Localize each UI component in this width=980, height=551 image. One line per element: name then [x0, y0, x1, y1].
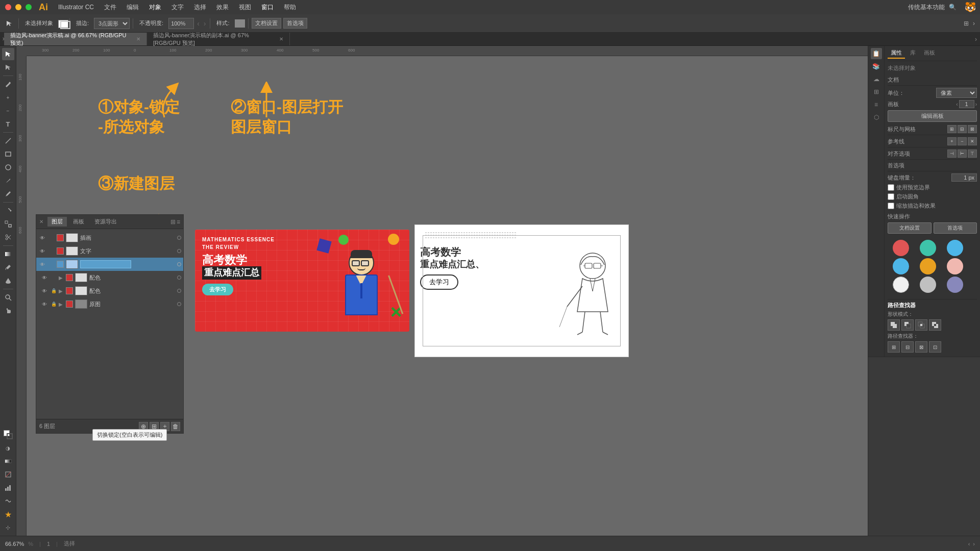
direct-selection-tool[interactable]: [2, 61, 14, 73]
minus-front-btn[interactable]: [901, 319, 914, 331]
rp-tab-artboards[interactable]: 画板: [921, 48, 938, 59]
trim-btn[interactable]: ⊟: [901, 341, 914, 353]
search-icon[interactable]: 🔍: [949, 4, 957, 11]
layer-row-color2[interactable]: 👁 🔒 ▶ 配色: [36, 284, 183, 297]
layer-eye-color1[interactable]: 👁: [40, 273, 48, 282]
color-swatch-white[interactable]: [893, 277, 909, 293]
gradient-tool[interactable]: [2, 248, 14, 260]
banner-button[interactable]: 去学习: [202, 284, 233, 295]
layer-eye-text[interactable]: 👁: [38, 247, 46, 255]
rp-tab-properties[interactable]: 属性: [888, 48, 905, 59]
doc-settings-button[interactable]: 文档设置: [252, 18, 281, 29]
align-icon[interactable]: ≡: [871, 99, 882, 110]
add-anchor-tool[interactable]: +: [2, 91, 14, 104]
layer-lock-text[interactable]: [48, 248, 55, 254]
close-button[interactable]: [5, 4, 11, 10]
color-swatch-orange[interactable]: [920, 258, 936, 274]
quick-doc-settings-btn[interactable]: 文档设置: [888, 222, 932, 234]
menu-window[interactable]: 窗口: [257, 2, 278, 13]
selection-tool[interactable]: [3, 19, 15, 28]
layer-eye-original[interactable]: 👁: [40, 300, 48, 308]
layer-lock-color1[interactable]: [51, 274, 57, 281]
layers-menu-icon[interactable]: ≡: [177, 218, 180, 226]
layers-tab-artboards[interactable]: 画板: [69, 217, 88, 227]
artboard-input[interactable]: [959, 100, 974, 108]
layer-lock-original[interactable]: 🔒: [51, 301, 57, 307]
canvas-area[interactable]: 300 200 100 0 100 200 300 400 500 600 10…: [16, 46, 868, 536]
tab-2[interactable]: 插边风-banner演示稿的副本.ai @ 67% [RGB/GPU 预览] ✕: [147, 33, 290, 45]
line-tool[interactable]: [2, 135, 14, 147]
snap-bounds-checkbox[interactable]: [888, 184, 894, 191]
layer-row-text[interactable]: 👁 文字: [36, 244, 183, 258]
library-icon[interactable]: 📚: [871, 61, 882, 72]
rect-tool[interactable]: [2, 148, 14, 160]
ruler-icon[interactable]: ⊞: [947, 125, 957, 133]
layer-eye-color2[interactable]: 👁: [40, 287, 48, 295]
color-swatch-pink[interactable]: [947, 258, 963, 274]
clear-guide-icon[interactable]: ✕: [968, 137, 977, 145]
artboard-prev[interactable]: ‹: [956, 102, 958, 107]
scale-effects-checkbox[interactable]: [888, 203, 894, 209]
opacity-arrow-left[interactable]: ‹: [196, 19, 201, 28]
status-nav-right[interactable]: ›: [973, 541, 975, 547]
hand-tool[interactable]: [2, 305, 14, 317]
remove-anchor-tool[interactable]: −: [2, 105, 14, 117]
round-corners-checkbox[interactable]: [888, 193, 894, 200]
add-guide-icon[interactable]: +: [947, 137, 957, 145]
align-center-icon[interactable]: ⊢: [958, 149, 967, 158]
unite-btn[interactable]: [888, 319, 900, 331]
color-swatch-blue[interactable]: [947, 240, 963, 256]
layer-eye-editing[interactable]: 👁: [38, 260, 46, 268]
crop-btn[interactable]: ⊡: [929, 341, 941, 353]
maximize-button[interactable]: [26, 4, 32, 10]
intersect-btn[interactable]: [915, 319, 927, 331]
layer-eye-illustration[interactable]: 👁: [38, 234, 46, 242]
layers-collapse-icon[interactable]: ⊞: [170, 218, 176, 226]
properties-icon[interactable]: 📋: [871, 48, 882, 59]
scale-tool[interactable]: [2, 218, 14, 230]
menu-file[interactable]: 文件: [100, 2, 120, 13]
layer-row-color1[interactable]: 👁 ▶ 配色: [36, 271, 183, 284]
layers-panel-close[interactable]: ✕: [39, 219, 43, 224]
zoom-tool[interactable]: [2, 291, 14, 304]
color-mode-icon[interactable]: ◑: [2, 442, 14, 454]
layer-row-original[interactable]: 👁 🔒 ▶ 原图: [36, 297, 183, 311]
transform-icon[interactable]: ⊞: [871, 86, 882, 97]
rotate-tool[interactable]: [2, 205, 14, 217]
rp-tab-library[interactable]: 库: [907, 48, 919, 59]
layer-lock-illustration[interactable]: [48, 235, 55, 241]
eyedropper-tool[interactable]: [2, 261, 14, 273]
grid-icon[interactable]: ⊟: [958, 125, 967, 133]
remove-guide-icon[interactable]: −: [958, 137, 967, 145]
color-swatch-red[interactable]: [893, 240, 909, 256]
status-nav-left[interactable]: ‹: [968, 541, 970, 547]
edit-artboard-button[interactable]: 编辑画板: [888, 110, 977, 122]
minimize-button[interactable]: [15, 4, 21, 10]
gradient-swatch[interactable]: [2, 455, 14, 467]
merge-btn[interactable]: ⊠: [915, 341, 927, 353]
prefs-button[interactable]: 首选项: [283, 18, 307, 29]
opacity-input[interactable]: [168, 18, 194, 29]
delete-layer-btn[interactable]: 🗑: [171, 422, 180, 431]
color-swatch-lightblue[interactable]: [893, 258, 909, 274]
keyboard-increment-input[interactable]: [951, 173, 977, 182]
exclude-btn[interactable]: [929, 319, 941, 331]
slice-tool[interactable]: ⊹: [2, 521, 14, 534]
paint-bucket-tool[interactable]: [2, 274, 14, 287]
toolbar-overflow[interactable]: ›: [971, 20, 977, 27]
tab-2-close[interactable]: ✕: [279, 36, 283, 42]
layers-tab-layers[interactable]: 图层: [47, 217, 67, 227]
pencil-tool[interactable]: [2, 188, 14, 200]
ellipse-tool[interactable]: [2, 161, 14, 173]
layer-lock-color2[interactable]: 🔒: [51, 288, 57, 294]
menu-help[interactable]: 帮助: [280, 2, 300, 13]
artboard-next[interactable]: ›: [975, 102, 977, 107]
color-swatch-teal[interactable]: [920, 240, 936, 256]
menu-effect[interactable]: 效果: [212, 2, 233, 13]
layers-tab-assets[interactable]: 资源导出: [90, 217, 121, 227]
menu-object[interactable]: 对象: [145, 2, 165, 13]
color-swatch-gray[interactable]: [920, 277, 936, 293]
shape-selector[interactable]: 3点圆形: [94, 18, 130, 29]
pen-tool[interactable]: [2, 78, 14, 90]
align-left-icon[interactable]: ⊣: [947, 149, 957, 158]
